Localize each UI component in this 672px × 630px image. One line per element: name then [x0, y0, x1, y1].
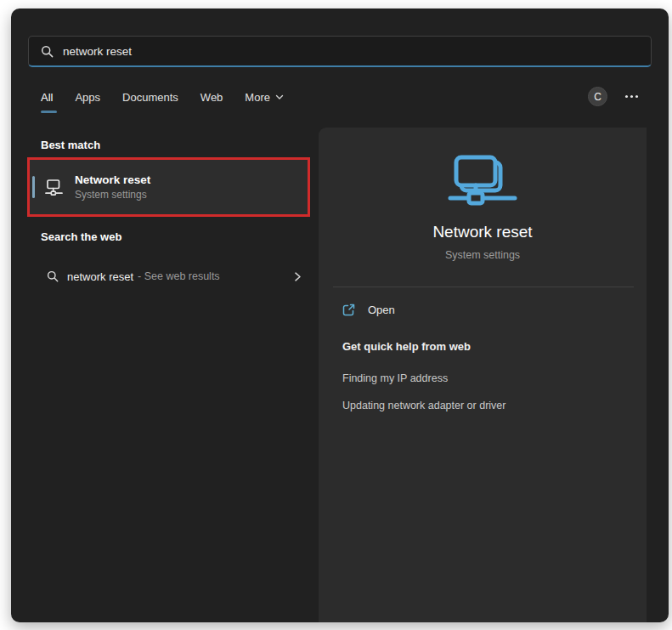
- more-options-icon[interactable]: [624, 92, 640, 101]
- quick-help-heading: Get quick help from web: [342, 340, 471, 353]
- tab-apps[interactable]: Apps: [75, 91, 100, 113]
- best-match-title: Network reset: [75, 173, 150, 186]
- best-match-subtitle: System settings: [75, 189, 150, 201]
- open-action[interactable]: Open: [342, 303, 395, 317]
- chevron-right-icon[interactable]: [292, 270, 302, 283]
- search-flyout-panel: All Apps Documents Web More C Best match: [11, 9, 669, 622]
- web-result-query: network reset: [67, 270, 133, 283]
- web-search-result[interactable]: network reset - See web results: [27, 258, 310, 295]
- tab-documents[interactable]: Documents: [122, 91, 178, 113]
- search-icon: [47, 270, 59, 282]
- web-result-suffix: - See web results: [138, 270, 220, 282]
- search-box[interactable]: [28, 36, 652, 67]
- best-match-heading: Best match: [41, 139, 100, 151]
- preview-title: Network reset: [319, 223, 647, 241]
- preview-subtitle: System settings: [319, 249, 647, 261]
- network-reset-icon: [44, 179, 64, 196]
- chevron-down-icon: [275, 94, 284, 100]
- account-avatar[interactable]: C: [588, 87, 607, 106]
- open-label: Open: [368, 304, 395, 316]
- search-icon: [41, 45, 54, 58]
- quick-link-updating-adapter[interactable]: Updating network adapter or driver: [342, 400, 505, 411]
- network-reset-icon: [447, 155, 518, 211]
- divider: [333, 287, 634, 287]
- tab-all[interactable]: All: [41, 91, 53, 113]
- open-external-icon: [342, 303, 356, 317]
- search-input[interactable]: [63, 45, 639, 58]
- search-the-web-heading: Search the web: [41, 230, 121, 243]
- header-actions: C: [588, 87, 640, 106]
- tab-web[interactable]: Web: [200, 91, 223, 113]
- selection-indicator: [32, 176, 35, 198]
- tab-more[interactable]: More: [245, 91, 284, 113]
- tab-more-label: More: [245, 91, 270, 104]
- best-match-result[interactable]: Network reset System settings: [30, 160, 308, 214]
- filter-tabs: All Apps Documents Web More: [41, 91, 284, 113]
- quick-link-finding-ip[interactable]: Finding my IP address: [342, 372, 448, 384]
- preview-card: Network reset System settings Open Get q…: [319, 128, 647, 622]
